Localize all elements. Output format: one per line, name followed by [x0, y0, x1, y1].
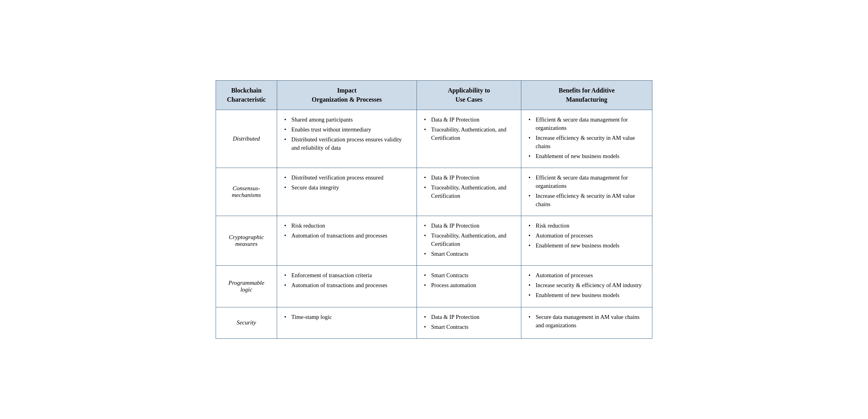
- table-row: DistributedShared among participantsEnab…: [216, 110, 652, 168]
- main-table-wrapper: BlockchainCharacteristic ImpactOrganizat…: [216, 80, 652, 338]
- impact-cell: Enforcement of transaction criteriaAutom…: [277, 266, 417, 307]
- applicability-cell: Smart ContractsProcess automation: [417, 266, 521, 307]
- benefits-cell: Secure data management in AM value chain…: [521, 307, 652, 338]
- list-item: Smart Contracts: [424, 271, 514, 280]
- list-item: Distributed verification process ensured: [284, 174, 409, 182]
- list-item: Risk reduction: [284, 222, 409, 230]
- list-item: Automation of transactions and processes: [284, 232, 409, 240]
- impact-cell: Risk reductionAutomation of transactions…: [277, 216, 417, 266]
- table-row: Programmable logicEnforcement of transac…: [216, 266, 652, 307]
- list-item: Shared among participants: [284, 116, 409, 124]
- header-col3: Applicability toUse Cases: [417, 81, 521, 110]
- list-item: Enables trust without intermediary: [284, 126, 409, 134]
- list-item: Data & IP Protection: [424, 313, 514, 321]
- list-item: Efficient & secure data management for o…: [529, 116, 645, 132]
- list-item: Increase efficiency & security in AM val…: [529, 134, 645, 151]
- list-item: Smart Contracts: [424, 323, 514, 331]
- table-row: SecurityTime-stamp logicData & IP Protec…: [216, 307, 652, 338]
- header-row: BlockchainCharacteristic ImpactOrganizat…: [216, 81, 652, 110]
- impact-cell: Shared among participantsEnables trust w…: [277, 110, 417, 168]
- list-item: Data & IP Protection: [424, 222, 514, 230]
- list-item: Distributed verification process ensures…: [284, 135, 409, 152]
- list-item: Automation of processes: [529, 271, 645, 280]
- table-row: Cryptographic measuresRisk reductionAuto…: [216, 216, 652, 266]
- list-item: Efficient & secure data management for o…: [529, 174, 645, 190]
- list-item: Smart Contracts: [424, 250, 514, 258]
- list-item: Automation of transactions and processes: [284, 281, 409, 290]
- list-item: Risk reduction: [529, 222, 645, 230]
- list-item: Automation of processes: [529, 232, 645, 240]
- list-item: Process automation: [424, 281, 514, 290]
- characteristic-cell: Distributed: [216, 110, 277, 168]
- list-item: Increase security & efficiency of AM ind…: [529, 281, 645, 290]
- characteristic-cell: Programmable logic: [216, 266, 277, 307]
- list-item: Enablement of new business models: [529, 152, 645, 160]
- applicability-cell: Data & IP ProtectionSmart Contracts: [417, 307, 521, 338]
- list-item: Time-stamp logic: [284, 313, 409, 321]
- impact-cell: Time-stamp logic: [277, 307, 417, 338]
- applicability-cell: Data & IP ProtectionTraceability, Authen…: [417, 216, 521, 266]
- blockchain-table: BlockchainCharacteristic ImpactOrganizat…: [216, 80, 652, 338]
- benefits-cell: Efficient & secure data management for o…: [521, 110, 652, 168]
- header-col2: ImpactOrganization & Processes: [277, 81, 417, 110]
- list-item: Traceability, Authentication, and Certif…: [424, 232, 514, 248]
- list-item: Enforcement of transaction criteria: [284, 271, 409, 280]
- table-row: Consensus-mechanismsDistributed verifica…: [216, 168, 652, 216]
- list-item: Secure data management in AM value chain…: [529, 313, 645, 330]
- benefits-cell: Automation of processesIncrease security…: [521, 266, 652, 307]
- list-item: Enablement of new business models: [529, 291, 645, 299]
- list-item: Secure data integrity: [284, 183, 409, 192]
- benefits-cell: Risk reductionAutomation of processesEna…: [521, 216, 652, 266]
- header-col4: Benefits for AdditiveManufacturing: [521, 81, 652, 110]
- applicability-cell: Data & IP ProtectionTraceability, Authen…: [417, 110, 521, 168]
- header-col1: BlockchainCharacteristic: [216, 81, 277, 110]
- characteristic-cell: Security: [216, 307, 277, 338]
- list-item: Data & IP Protection: [424, 116, 514, 124]
- applicability-cell: Data & IP ProtectionTraceability, Authen…: [417, 168, 521, 216]
- impact-cell: Distributed verification process ensured…: [277, 168, 417, 216]
- benefits-cell: Efficient & secure data management for o…: [521, 168, 652, 216]
- list-item: Data & IP Protection: [424, 174, 514, 182]
- list-item: Traceability, Authentication, and Certif…: [424, 126, 514, 142]
- list-item: Enablement of new business models: [529, 241, 645, 250]
- characteristic-cell: Consensus-mechanisms: [216, 168, 277, 216]
- characteristic-cell: Cryptographic measures: [216, 216, 277, 266]
- list-item: Traceability, Authentication, and Certif…: [424, 183, 514, 200]
- list-item: Increase efficiency & security in AM val…: [529, 192, 645, 209]
